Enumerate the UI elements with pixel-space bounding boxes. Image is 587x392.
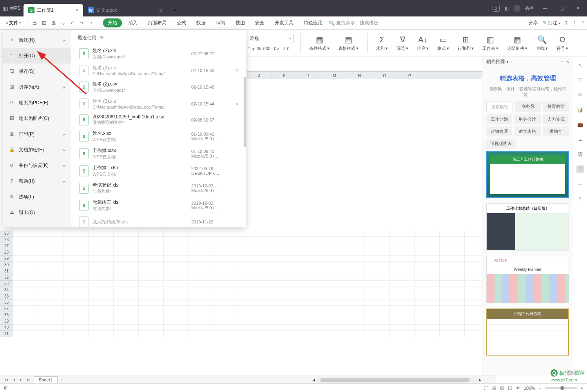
cell[interactable] xyxy=(114,274,139,280)
cell[interactable] xyxy=(38,274,63,280)
cell[interactable] xyxy=(390,274,415,280)
cell[interactable] xyxy=(289,318,314,324)
cell[interactable] xyxy=(214,299,239,305)
print-quick-icon[interactable]: 🖶 xyxy=(50,20,57,27)
maximize-icon[interactable]: ▢ xyxy=(556,5,567,11)
cell[interactable] xyxy=(114,299,139,305)
cell[interactable] xyxy=(189,325,214,330)
cell[interactable] xyxy=(364,243,390,249)
avatar[interactable] xyxy=(513,5,520,12)
cell[interactable] xyxy=(440,230,465,236)
row-header[interactable]: 41 xyxy=(0,331,13,337)
cell[interactable] xyxy=(13,318,38,324)
view-page-icon[interactable]: ▥ xyxy=(500,385,504,390)
cell[interactable] xyxy=(339,299,364,305)
tab-pagelayout[interactable]: 页面布局 xyxy=(144,18,170,28)
panel-close-icon[interactable]: × xyxy=(566,59,569,65)
file-menu-backup[interactable]: ↺备份与恢复(K)▸ xyxy=(3,158,71,173)
cell[interactable] xyxy=(314,331,339,337)
row-header[interactable]: 31 xyxy=(0,268,13,274)
settings-icon[interactable]: ⋮ xyxy=(572,20,577,26)
column-headers[interactable]: JKLMNOP xyxy=(247,71,482,79)
cell[interactable] xyxy=(114,293,139,299)
cell[interactable] xyxy=(139,318,164,324)
cell[interactable] xyxy=(339,293,364,299)
cell[interactable] xyxy=(114,281,139,287)
cell[interactable] xyxy=(13,274,38,280)
cell[interactable] xyxy=(289,281,314,287)
dots-icon[interactable]: ⋯ xyxy=(576,180,584,188)
row-header[interactable]: 25 xyxy=(0,230,13,237)
cell[interactable] xyxy=(415,325,440,330)
cell[interactable] xyxy=(13,287,38,293)
sheet-next-icon[interactable]: ▸ xyxy=(18,377,24,382)
cell[interactable] xyxy=(189,287,214,293)
currency-icon[interactable]: 羊 ▾ xyxy=(247,46,255,52)
tag-education[interactable]: 教育教学 xyxy=(543,102,569,112)
cell[interactable] xyxy=(415,306,440,312)
cell[interactable] xyxy=(339,331,364,337)
cell[interactable] xyxy=(339,318,364,324)
cell[interactable] xyxy=(139,325,164,330)
cell[interactable] xyxy=(239,318,264,324)
cell[interactable] xyxy=(415,268,440,274)
cell[interactable] xyxy=(13,230,38,236)
cell[interactable] xyxy=(63,306,89,312)
cell[interactable] xyxy=(289,262,314,268)
cell[interactable] xyxy=(189,281,214,287)
decrease-decimal-icon[interactable]: .0↙ xyxy=(273,46,280,52)
cell[interactable] xyxy=(289,274,314,280)
cell[interactable] xyxy=(189,249,214,255)
cell[interactable] xyxy=(13,325,38,330)
cell[interactable] xyxy=(89,325,114,330)
cell[interactable] xyxy=(440,237,465,243)
cells[interactable] xyxy=(13,230,482,376)
cell[interactable] xyxy=(289,243,314,249)
cell[interactable] xyxy=(314,262,339,268)
cell[interactable] xyxy=(13,243,38,249)
cell[interactable] xyxy=(214,293,239,299)
cell[interactable] xyxy=(38,262,63,268)
cell[interactable] xyxy=(164,306,189,312)
cell[interactable] xyxy=(139,299,164,305)
cell[interactable] xyxy=(239,243,264,249)
cell[interactable] xyxy=(264,299,289,305)
close-window-icon[interactable]: ✕ xyxy=(572,5,584,11)
cell[interactable] xyxy=(114,306,139,312)
cell[interactable] xyxy=(339,287,364,293)
cell[interactable] xyxy=(63,243,89,249)
help-icon[interactable]: ? xyxy=(565,20,568,26)
save-icon[interactable]: 🖫 xyxy=(41,20,48,27)
file-menu-exit[interactable]: ⏏退出(Q) xyxy=(3,205,71,220)
col-header[interactable]: P xyxy=(397,72,422,79)
cell[interactable] xyxy=(38,325,63,330)
scrollbar-thumb[interactable] xyxy=(244,77,246,147)
sum-button[interactable]: Σ 求和 ▾ xyxy=(374,34,390,51)
cell[interactable] xyxy=(289,299,314,305)
cell[interactable] xyxy=(189,299,214,305)
cell[interactable] xyxy=(239,306,264,312)
cell[interactable] xyxy=(89,306,114,312)
cell[interactable] xyxy=(289,249,314,255)
cell[interactable] xyxy=(214,256,239,261)
cell[interactable] xyxy=(314,274,339,280)
cell[interactable] xyxy=(364,262,390,268)
row-header[interactable]: 29 xyxy=(0,256,13,262)
pin-tab-icon[interactable]: ⊡ xyxy=(158,7,162,13)
cell[interactable] xyxy=(440,306,465,312)
cell[interactable] xyxy=(164,237,189,243)
cell[interactable] xyxy=(264,293,289,299)
cell[interactable] xyxy=(390,299,415,305)
cell[interactable] xyxy=(314,306,339,312)
cell[interactable] xyxy=(364,299,390,305)
cell[interactable] xyxy=(415,237,440,243)
cloud-icon[interactable]: ☁ xyxy=(576,136,584,143)
cell[interactable] xyxy=(314,325,339,330)
cell[interactable] xyxy=(63,287,89,293)
tag-supply[interactable]: 供销存 xyxy=(543,127,569,136)
cell[interactable] xyxy=(415,274,440,280)
cell[interactable] xyxy=(314,268,339,274)
cursor-icon[interactable]: ↖ xyxy=(576,61,584,69)
hamburger-file-button[interactable]: ≡ 文件 ▾ xyxy=(3,19,23,27)
cell[interactable] xyxy=(339,306,364,312)
